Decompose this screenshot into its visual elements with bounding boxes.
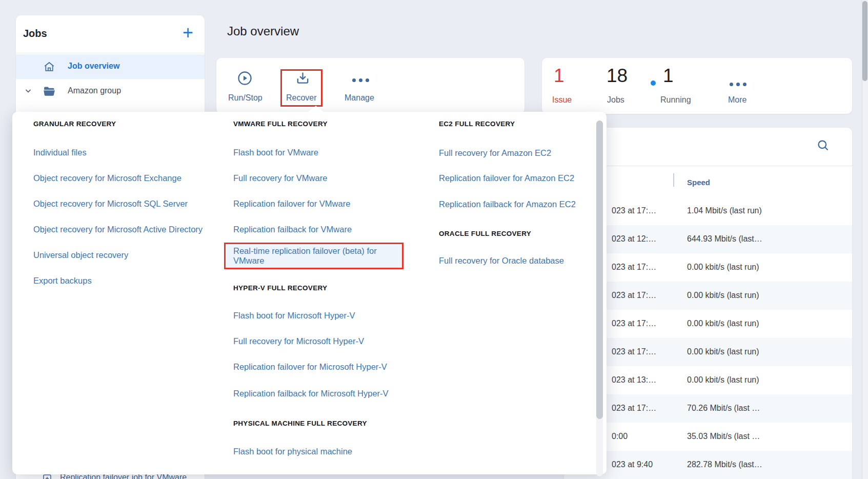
menu-item-replication-failback-ec2[interactable]: Replication failback for Amazon EC2	[439, 198, 576, 210]
table-row[interactable]: 023 at 17:… 70.26 Mbit/s (last …	[564, 394, 852, 423]
running-label: Running	[660, 95, 691, 105]
speed-column-header[interactable]: Speed	[687, 178, 710, 187]
speed-cell: 35.03 Mbit/s (last …	[687, 432, 760, 441]
jobs-count: 18	[607, 66, 628, 86]
table-row[interactable]: 023 at 12:… 644.93 Mbit/s (last…	[564, 225, 852, 253]
last-run-cell: 023 at 17:…	[612, 404, 656, 413]
table-row[interactable]: 023 at 17:… 0.00 kbit/s (last run)	[564, 310, 852, 338]
sidebar-item-label: Amazon group	[68, 86, 121, 95]
dropdown-scrollbar-thumb[interactable]	[596, 121, 603, 419]
jobs-table-card: Speed 023 at 17:… 1.04 Mbit/s (last run)…	[564, 128, 852, 479]
issue-label: Issue	[552, 95, 572, 105]
jobs-label: Jobs	[607, 95, 624, 105]
speed-cell: 1.04 Mbit/s (last run)	[687, 206, 762, 215]
run-stop-label: Run/Stop	[228, 93, 263, 103]
speed-cell: 282.78 Mbit/s (last…	[687, 460, 762, 469]
highlighted-menu-item-box: Real-time replication failover (beta) fo…	[224, 243, 403, 269]
speed-cell: 70.26 Mbit/s (last …	[687, 404, 760, 413]
last-run-cell: 0:00	[612, 432, 628, 441]
table-row[interactable]: 023 at 17:… 0.00 kbit/s (last run)	[564, 338, 852, 366]
table-row[interactable]: 023 at 17:… 1.04 Mbit/s (last run)	[564, 197, 852, 225]
menu-item-replication-failback-hyperv[interactable]: Replication failback for Microsoft Hyper…	[233, 388, 389, 399]
speed-cell: 0.00 kbit/s (last run)	[687, 347, 759, 356]
column-divider	[673, 173, 674, 187]
menu-item-full-recovery-ec2[interactable]: Full recovery for Amazon EC2	[439, 147, 551, 158]
speed-cell: 0.00 kbit/s (last run)	[687, 263, 759, 272]
last-run-cell: 023 at 12:…	[612, 234, 656, 244]
menu-item-flash-boot-physical[interactable]: Flash boot for physical machine	[233, 446, 352, 457]
table-row[interactable]: 0:00 35.03 Mbit/s (last …	[564, 423, 852, 451]
last-run-cell: 023 at 17:…	[612, 347, 656, 356]
menu-section-header: EC2 FULL RECOVERY	[439, 120, 515, 128]
menu-item-export-backups[interactable]: Export backups	[33, 275, 92, 286]
last-run-cell: 023 at 17:…	[612, 319, 656, 328]
folder-icon	[43, 85, 56, 98]
recover-dropdown-menu: GRANULAR RECOVERY Individual files Objec…	[12, 112, 607, 474]
chevron-down-icon[interactable]	[25, 87, 32, 94]
last-run-cell: 023 at 17:…	[612, 291, 656, 300]
running-count: 1	[663, 66, 674, 86]
menu-item-individual-files[interactable]: Individual files	[33, 147, 87, 158]
speed-cell: 0.00 kbit/s (last run)	[687, 319, 759, 328]
table-header-divider	[564, 166, 852, 166]
menu-item-object-recovery-exchange[interactable]: Object recovery for Microsoft Exchange	[33, 172, 181, 184]
speed-cell: 644.93 Mbit/s (last…	[687, 234, 762, 244]
menu-item-object-recovery-ad[interactable]: Object recovery for Microsoft Active Dir…	[33, 224, 203, 235]
sidebar-item-job-overview[interactable]: Job overview	[16, 54, 205, 79]
menu-section-header: HYPER-V FULL RECOVERY	[233, 284, 327, 292]
manage-label: Manage	[345, 93, 374, 103]
sidebar-item-amazon-group[interactable]: Amazon group	[16, 79, 205, 104]
speed-cell: 0.00 kbit/s (last run)	[687, 291, 759, 300]
table-row[interactable]: 023 at 9:40 282.78 Mbit/s (last…	[564, 451, 852, 479]
issue-count: 1	[554, 66, 564, 86]
menu-item-full-recovery-vmware[interactable]: Full recovery for VMware	[233, 172, 327, 184]
ellipsis-icon	[352, 78, 369, 82]
menu-section-header: GRANULAR RECOVERY	[33, 120, 116, 128]
play-circle-icon	[237, 70, 253, 86]
menu-item-replication-failover-hyperv[interactable]: Replication failover for Microsoft Hyper…	[233, 361, 387, 372]
more-label: More	[728, 95, 746, 105]
menu-item-flash-boot-vmware[interactable]: Flash boot for VMware	[233, 147, 318, 158]
speed-cell: 0.00 kbit/s (last run)	[687, 375, 759, 385]
table-row[interactable]: 023 at 17:… 0.00 kbit/s (last run)	[564, 253, 852, 282]
last-run-cell: 023 at 17:…	[612, 206, 656, 215]
menu-section-header: VMWARE FULL RECOVERY	[233, 120, 328, 128]
recover-highlight-box	[280, 69, 322, 107]
menu-item-replication-failback-vmware[interactable]: Replication failback for VMware	[233, 224, 352, 235]
sidebar-title: Jobs	[23, 28, 47, 39]
menu-item-object-recovery-sql[interactable]: Object recovery for Microsoft SQL Server	[33, 198, 188, 209]
replication-job-icon	[43, 474, 52, 479]
menu-item-flash-boot-hyperv[interactable]: Flash boot for Microsoft Hyper-V	[233, 310, 355, 321]
menu-item-realtime-replication-failover-vmware[interactable]: Real-time replication failover (beta) fo…	[233, 246, 402, 266]
menu-section-header: PHYSICAL MACHINE FULL RECOVERY	[233, 420, 367, 427]
search-icon[interactable]	[816, 138, 830, 152]
browser-scrollbar-thumb[interactable]	[862, 1, 867, 81]
jobs-summary-card: 1 Issue 18 Jobs 1 Running More	[542, 58, 852, 114]
running-dot-icon	[651, 81, 656, 86]
menu-section-header: ORACLE FULL RECOVERY	[439, 230, 531, 237]
job-actions-toolbar: Run/Stop Recover Manage	[216, 58, 524, 114]
ellipsis-icon	[730, 83, 746, 86]
dropdown-notch	[308, 106, 324, 112]
add-job-button[interactable]: +	[183, 22, 193, 44]
sidebar-divider	[16, 53, 205, 53]
table-row[interactable]: 023 at 13:… 0.00 kbit/s (last run)	[564, 366, 852, 394]
menu-item-replication-failover-ec2[interactable]: Replication failover for Amazon EC2	[439, 172, 574, 184]
menu-item-full-recovery-hyperv[interactable]: Full recovery for Microsoft Hyper-V	[233, 335, 364, 347]
menu-item-universal-object-recovery[interactable]: Universal object recovery	[33, 249, 128, 261]
page-title: Job overview	[227, 24, 299, 38]
last-run-cell: 023 at 17:…	[612, 263, 656, 272]
table-row[interactable]: 023 at 17:… 0.00 kbit/s (last run)	[564, 282, 852, 310]
home-icon	[43, 60, 56, 73]
last-run-cell: 023 at 9:40	[612, 460, 653, 469]
last-run-cell: 023 at 13:…	[612, 375, 656, 385]
menu-item-replication-failover-vmware[interactable]: Replication failover for VMware	[233, 198, 350, 209]
sidebar-item-label: Job overview	[68, 62, 119, 71]
menu-item-full-recovery-oracle[interactable]: Full recovery for Oracle database	[439, 255, 564, 266]
